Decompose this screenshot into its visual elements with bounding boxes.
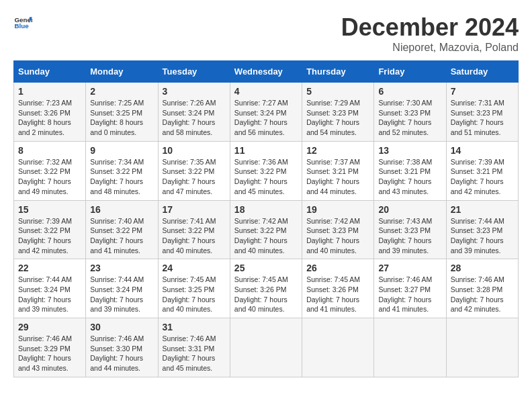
day-info: Sunrise: 7:23 AMSunset: 3:26 PMDaylight:… bbox=[18, 98, 81, 138]
day-info: Sunrise: 7:42 AMSunset: 3:22 PMDaylight:… bbox=[234, 216, 298, 256]
calendar-cell: 12 Sunrise: 7:37 AMSunset: 3:21 PMDaylig… bbox=[302, 141, 374, 200]
calendar-cell: 10 Sunrise: 7:35 AMSunset: 3:22 PMDaylig… bbox=[158, 141, 230, 200]
calendar-cell bbox=[446, 318, 518, 377]
calendar-cell: 8 Sunrise: 7:32 AMSunset: 3:22 PMDayligh… bbox=[14, 141, 86, 200]
calendar-cell: 24 Sunrise: 7:45 AMSunset: 3:25 PMDaylig… bbox=[158, 259, 230, 318]
column-header-sunday: Sunday bbox=[14, 61, 86, 83]
calendar-cell: 21 Sunrise: 7:44 AMSunset: 3:23 PMDaylig… bbox=[446, 200, 518, 259]
day-number: 9 bbox=[90, 145, 153, 156]
day-info: Sunrise: 7:25 AMSunset: 3:25 PMDaylight:… bbox=[90, 98, 153, 138]
day-number: 26 bbox=[306, 263, 369, 273]
calendar-cell: 2 Sunrise: 7:25 AMSunset: 3:25 PMDayligh… bbox=[86, 83, 158, 142]
day-info: Sunrise: 7:39 AMSunset: 3:22 PMDaylight:… bbox=[18, 216, 81, 256]
day-number: 5 bbox=[306, 86, 369, 97]
day-info: Sunrise: 7:31 AMSunset: 3:23 PMDaylight:… bbox=[451, 98, 514, 138]
column-header-thursday: Thursday bbox=[302, 61, 374, 83]
day-number: 31 bbox=[163, 322, 226, 332]
day-number: 8 bbox=[18, 145, 81, 156]
day-info: Sunrise: 7:46 AMSunset: 3:31 PMDaylight:… bbox=[163, 334, 226, 373]
calendar-cell: 9 Sunrise: 7:34 AMSunset: 3:22 PMDayligh… bbox=[86, 141, 158, 200]
calendar-cell bbox=[302, 318, 374, 377]
day-number: 1 bbox=[18, 86, 81, 97]
logo-icon: General Blue bbox=[13, 13, 32, 32]
calendar-cell: 1 Sunrise: 7:23 AMSunset: 3:26 PMDayligh… bbox=[14, 83, 86, 142]
calendar-cell: 7 Sunrise: 7:31 AMSunset: 3:23 PMDayligh… bbox=[446, 83, 518, 142]
day-info: Sunrise: 7:44 AMSunset: 3:24 PMDaylight:… bbox=[90, 275, 153, 314]
day-number: 6 bbox=[378, 86, 441, 97]
day-info: Sunrise: 7:34 AMSunset: 3:22 PMDaylight:… bbox=[90, 157, 153, 197]
day-info: Sunrise: 7:46 AMSunset: 3:30 PMDaylight:… bbox=[90, 334, 153, 373]
calendar-header-row: SundayMondayTuesdayWednesdayThursdayFrid… bbox=[14, 61, 519, 83]
day-number: 30 bbox=[90, 322, 153, 332]
column-header-wednesday: Wednesday bbox=[230, 61, 302, 83]
day-number: 13 bbox=[378, 145, 441, 156]
calendar-week-row: 1 Sunrise: 7:23 AMSunset: 3:26 PMDayligh… bbox=[14, 83, 519, 142]
day-info: Sunrise: 7:30 AMSunset: 3:23 PMDaylight:… bbox=[378, 98, 441, 138]
calendar-cell: 15 Sunrise: 7:39 AMSunset: 3:22 PMDaylig… bbox=[14, 200, 86, 259]
day-number: 22 bbox=[18, 263, 81, 273]
calendar-cell: 26 Sunrise: 7:45 AMSunset: 3:26 PMDaylig… bbox=[302, 259, 374, 318]
day-info: Sunrise: 7:46 AMSunset: 3:27 PMDaylight:… bbox=[378, 275, 441, 314]
column-header-friday: Friday bbox=[374, 61, 446, 83]
day-info: Sunrise: 7:46 AMSunset: 3:29 PMDaylight:… bbox=[18, 334, 81, 373]
day-info: Sunrise: 7:37 AMSunset: 3:21 PMDaylight:… bbox=[306, 157, 369, 197]
day-number: 28 bbox=[451, 263, 514, 273]
calendar-cell: 17 Sunrise: 7:41 AMSunset: 3:22 PMDaylig… bbox=[158, 200, 230, 259]
calendar-cell: 29 Sunrise: 7:46 AMSunset: 3:29 PMDaylig… bbox=[14, 318, 86, 377]
day-info: Sunrise: 7:45 AMSunset: 3:25 PMDaylight:… bbox=[163, 275, 226, 314]
day-number: 29 bbox=[18, 322, 81, 332]
calendar-cell: 18 Sunrise: 7:42 AMSunset: 3:22 PMDaylig… bbox=[230, 200, 302, 259]
day-number: 15 bbox=[18, 204, 81, 215]
day-number: 2 bbox=[90, 86, 153, 97]
day-info: Sunrise: 7:45 AMSunset: 3:26 PMDaylight:… bbox=[306, 275, 369, 314]
calendar-cell: 3 Sunrise: 7:26 AMSunset: 3:24 PMDayligh… bbox=[158, 83, 230, 142]
day-info: Sunrise: 7:41 AMSunset: 3:22 PMDaylight:… bbox=[163, 216, 226, 256]
calendar-cell: 23 Sunrise: 7:44 AMSunset: 3:24 PMDaylig… bbox=[86, 259, 158, 318]
day-info: Sunrise: 7:42 AMSunset: 3:23 PMDaylight:… bbox=[306, 216, 369, 256]
main-title: December 2024 bbox=[341, 13, 519, 42]
day-number: 27 bbox=[378, 263, 441, 273]
calendar-cell: 14 Sunrise: 7:39 AMSunset: 3:21 PMDaylig… bbox=[446, 141, 518, 200]
day-number: 14 bbox=[451, 145, 514, 156]
column-header-monday: Monday bbox=[86, 61, 158, 83]
day-number: 11 bbox=[234, 145, 298, 156]
day-info: Sunrise: 7:44 AMSunset: 3:24 PMDaylight:… bbox=[18, 275, 81, 314]
calendar-cell: 25 Sunrise: 7:45 AMSunset: 3:26 PMDaylig… bbox=[230, 259, 302, 318]
day-number: 4 bbox=[234, 86, 298, 97]
calendar-cell: 31 Sunrise: 7:46 AMSunset: 3:31 PMDaylig… bbox=[158, 318, 230, 377]
calendar-cell: 6 Sunrise: 7:30 AMSunset: 3:23 PMDayligh… bbox=[374, 83, 446, 142]
calendar-cell: 20 Sunrise: 7:43 AMSunset: 3:23 PMDaylig… bbox=[374, 200, 446, 259]
day-info: Sunrise: 7:45 AMSunset: 3:26 PMDaylight:… bbox=[234, 275, 298, 314]
svg-text:Blue: Blue bbox=[14, 22, 29, 30]
calendar-cell: 30 Sunrise: 7:46 AMSunset: 3:30 PMDaylig… bbox=[86, 318, 158, 377]
column-header-saturday: Saturday bbox=[446, 61, 518, 83]
day-number: 20 bbox=[378, 204, 441, 215]
day-info: Sunrise: 7:26 AMSunset: 3:24 PMDaylight:… bbox=[163, 98, 226, 138]
day-info: Sunrise: 7:46 AMSunset: 3:28 PMDaylight:… bbox=[451, 275, 514, 314]
day-number: 21 bbox=[451, 204, 514, 215]
calendar-cell: 19 Sunrise: 7:42 AMSunset: 3:23 PMDaylig… bbox=[302, 200, 374, 259]
day-info: Sunrise: 7:38 AMSunset: 3:21 PMDaylight:… bbox=[378, 157, 441, 197]
day-info: Sunrise: 7:43 AMSunset: 3:23 PMDaylight:… bbox=[378, 216, 441, 256]
calendar-cell: 22 Sunrise: 7:44 AMSunset: 3:24 PMDaylig… bbox=[14, 259, 86, 318]
logo: General Blue bbox=[13, 13, 32, 32]
calendar-cell: 16 Sunrise: 7:40 AMSunset: 3:22 PMDaylig… bbox=[86, 200, 158, 259]
day-info: Sunrise: 7:35 AMSunset: 3:22 PMDaylight:… bbox=[163, 157, 226, 197]
calendar-table: SundayMondayTuesdayWednesdayThursdayFrid… bbox=[13, 60, 519, 377]
day-number: 24 bbox=[163, 263, 226, 273]
day-number: 12 bbox=[306, 145, 369, 156]
calendar-cell: 11 Sunrise: 7:36 AMSunset: 3:22 PMDaylig… bbox=[230, 141, 302, 200]
title-area: December 2024 Nieporet, Mazovia, Poland bbox=[341, 13, 519, 54]
calendar-week-row: 15 Sunrise: 7:39 AMSunset: 3:22 PMDaylig… bbox=[14, 200, 519, 259]
day-info: Sunrise: 7:27 AMSunset: 3:24 PMDaylight:… bbox=[234, 98, 298, 138]
day-number: 17 bbox=[163, 204, 226, 215]
day-info: Sunrise: 7:44 AMSunset: 3:23 PMDaylight:… bbox=[451, 216, 514, 256]
day-info: Sunrise: 7:36 AMSunset: 3:22 PMDaylight:… bbox=[234, 157, 298, 197]
calendar-cell: 5 Sunrise: 7:29 AMSunset: 3:23 PMDayligh… bbox=[302, 83, 374, 142]
calendar-cell: 4 Sunrise: 7:27 AMSunset: 3:24 PMDayligh… bbox=[230, 83, 302, 142]
calendar-cell: 27 Sunrise: 7:46 AMSunset: 3:27 PMDaylig… bbox=[374, 259, 446, 318]
day-info: Sunrise: 7:29 AMSunset: 3:23 PMDaylight:… bbox=[306, 98, 369, 138]
day-number: 23 bbox=[90, 263, 153, 273]
day-number: 7 bbox=[451, 86, 514, 97]
day-number: 18 bbox=[234, 204, 298, 215]
